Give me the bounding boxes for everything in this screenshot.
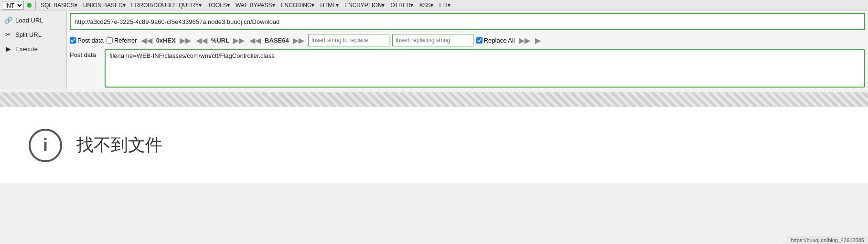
referrer-text: Referrer bbox=[114, 37, 137, 44]
replace-all-text: Replace All bbox=[484, 37, 515, 44]
sidebar: 🔗 Load URL ✂ Split URL ▶ Execute bbox=[0, 11, 67, 89]
menu-encryption[interactable]: ENCRYPTION▾ bbox=[343, 1, 386, 9]
menu-error-double-query[interactable]: ERROR/DOUBLE QUERY▾ bbox=[129, 1, 204, 9]
url-bar bbox=[70, 13, 865, 30]
post-data-textarea[interactable]: filename=WEB-INF/classes/com/wm/ctf/Flag… bbox=[105, 49, 865, 88]
base64-arrow-right[interactable]: ▶▶ bbox=[292, 36, 305, 45]
main-area: 🔗 Load URL ✂ Split URL ▶ Execute Post da… bbox=[0, 11, 868, 89]
content-area: Post data Referrer ◀◀ 0xHEX ▶▶ ◀◀ %URL ▶… bbox=[67, 11, 868, 89]
hex-arrow-left[interactable]: ◀◀ bbox=[140, 36, 153, 45]
execute-icon: ▶ bbox=[4, 44, 12, 53]
info-circle: i bbox=[29, 129, 62, 162]
menu-other[interactable]: OTHER▾ bbox=[388, 1, 415, 9]
post-data-section: Post data filename=WEB-INF/classes/com/w… bbox=[70, 49, 865, 88]
hex-label: 0xHEX bbox=[156, 37, 176, 44]
base64-arrow-left[interactable]: ◀◀ bbox=[248, 36, 262, 45]
menu-encoding[interactable]: ENCODING▾ bbox=[279, 1, 317, 9]
top-toolbar: INT SQL BASICS▾ UNION BASED▾ ERROR/DOUBL… bbox=[0, 0, 868, 11]
insert-replacing-string-input[interactable] bbox=[392, 34, 473, 46]
info-icon: i bbox=[43, 137, 48, 154]
menu-sql-basics[interactable]: SQL BASICS▾ bbox=[39, 1, 79, 9]
post-data-checkbox-label[interactable]: Post data bbox=[70, 37, 104, 44]
split-url-icon: ✂ bbox=[4, 30, 12, 39]
insert-string-to-replace-input[interactable] bbox=[308, 34, 389, 46]
menu-html[interactable]: HTML▾ bbox=[318, 1, 341, 9]
post-data-text: Post data bbox=[77, 37, 104, 44]
menu-lfi[interactable]: LFI▾ bbox=[437, 1, 452, 9]
post-data-section-label: Post data bbox=[70, 49, 101, 58]
hex-arrow-right[interactable]: ▶▶ bbox=[179, 36, 192, 45]
url-input[interactable] bbox=[70, 13, 865, 30]
base64-label: BASE64 bbox=[265, 37, 289, 44]
separator bbox=[35, 1, 36, 10]
hatched-divider bbox=[0, 92, 868, 107]
replace-arrow-right-2[interactable]: ▶ bbox=[534, 36, 542, 45]
green-dot-indicator bbox=[27, 3, 32, 8]
referrer-checkbox[interactable] bbox=[107, 37, 113, 44]
load-url-icon: 🔗 bbox=[4, 16, 12, 24]
menu-waf-bypass[interactable]: WAF BYPASS▾ bbox=[234, 1, 277, 9]
sidebar-item-split-url[interactable]: ✂ Split URL bbox=[0, 27, 66, 42]
int-select[interactable]: INT bbox=[2, 1, 24, 10]
url-label: %URL bbox=[211, 37, 229, 44]
load-url-label: Load URL bbox=[15, 17, 43, 24]
referrer-checkbox-label[interactable]: Referrer bbox=[107, 37, 137, 44]
toolbar-row: Post data Referrer ◀◀ 0xHEX ▶▶ ◀◀ %URL ▶… bbox=[70, 31, 865, 49]
post-data-checkbox[interactable] bbox=[70, 37, 76, 44]
split-url-label: Split URL bbox=[15, 31, 42, 38]
url-arrow-right[interactable]: ▶▶ bbox=[232, 36, 246, 45]
execute-label: Execute bbox=[15, 45, 38, 53]
menu-union-based[interactable]: UNION BASED▾ bbox=[81, 1, 128, 9]
bottom-section: i 找不到文件 bbox=[0, 107, 868, 183]
sidebar-item-load-url[interactable]: 🔗 Load URL bbox=[0, 13, 66, 27]
replace-all-checkbox[interactable] bbox=[476, 37, 482, 44]
url-arrow-left[interactable]: ◀◀ bbox=[195, 36, 208, 45]
replace-arrow-right-1[interactable]: ▶▶ bbox=[518, 36, 531, 45]
info-message: 找不到文件 bbox=[76, 133, 162, 157]
sidebar-item-execute[interactable]: ▶ Execute bbox=[0, 42, 66, 56]
menu-xss[interactable]: XSS▾ bbox=[417, 1, 435, 9]
replace-all-checkbox-label[interactable]: Replace All bbox=[476, 37, 515, 44]
menu-tools[interactable]: TOOLS▾ bbox=[205, 1, 231, 9]
